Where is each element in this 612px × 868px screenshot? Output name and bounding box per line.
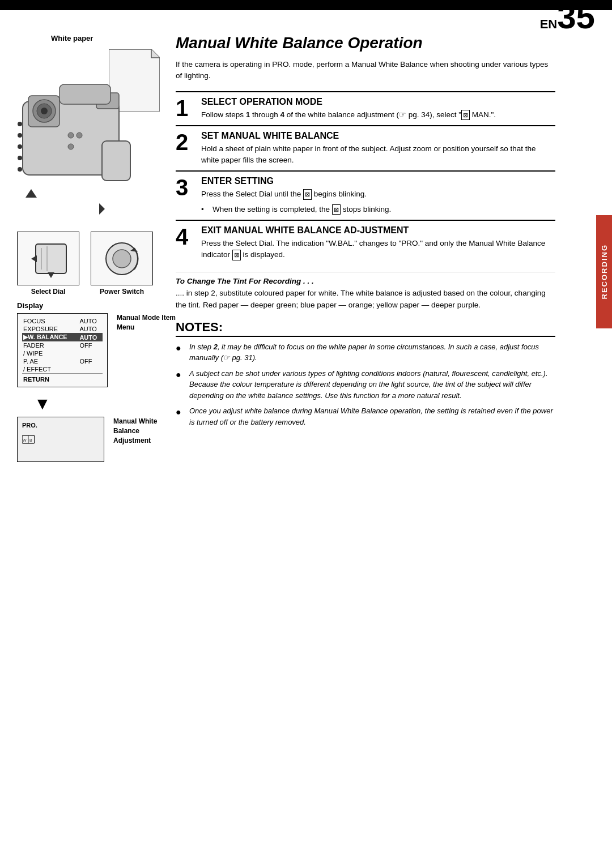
svg-point-11 xyxy=(68,144,74,149)
down-arrow: ▼ xyxy=(34,394,176,413)
step-2-body: Hold a sheet of plain white paper in fro… xyxy=(201,143,555,166)
note-1: ● In step 2, it may be difficult to focu… xyxy=(176,341,555,364)
svg-point-14 xyxy=(18,144,22,149)
note-bullet-1: ● xyxy=(176,341,185,364)
menu-item-wbalance: ▶W. BALANCE xyxy=(22,333,78,341)
menu-box: FOCUS AUTO EXPOSURE AUTO ▶W. BALANCE AUT… xyxy=(17,313,108,387)
note-2-text: A subject can be shot under various type… xyxy=(189,368,555,401)
notes-title: NOTES: xyxy=(176,320,555,337)
top-bar: EN 35 xyxy=(0,0,612,34)
select-dial-diagram: Select Dial xyxy=(17,232,79,296)
camera-svg xyxy=(17,67,142,215)
step-1-content: SELECT OPERATION MODE Follow steps 1 thr… xyxy=(201,97,555,121)
svg-point-13 xyxy=(18,133,22,138)
svg-text:B: B xyxy=(29,438,32,442)
step-3-bullet-text: When the setting is completed, the ⊠ sto… xyxy=(212,204,391,215)
menu-item-focus: FOCUS xyxy=(22,317,78,325)
note-bullet-3: ● xyxy=(176,405,185,427)
pro-area: PRO. W B Manual WhiteBalance Adjustment xyxy=(17,417,176,462)
step-1-title: SELECT OPERATION MODE xyxy=(201,97,555,107)
tint-section: To Change The Tint For Recording . . . .… xyxy=(176,272,555,311)
power-switch-label: Power Switch xyxy=(91,288,153,296)
manual-mode-label: Manual Mode ItemMenu xyxy=(117,313,176,332)
svg-point-25 xyxy=(113,250,131,268)
page-number-block: EN 35 xyxy=(540,0,595,34)
menu-row-return: RETURN xyxy=(22,374,103,384)
pro-label: PRO. xyxy=(22,422,99,429)
menu-value-wbalance: AUTO xyxy=(78,333,103,341)
recording-sidebar: RECORDING xyxy=(596,215,612,328)
menu-return: RETURN xyxy=(22,374,103,384)
svg-marker-22 xyxy=(31,255,37,262)
menu-row-wipe: / WIPE xyxy=(22,349,103,357)
manual-wb-text: Manual WhiteBalance Adjustment xyxy=(113,417,176,445)
menu-value-pae: OFF xyxy=(78,357,103,365)
menu-item-pae: P. AE xyxy=(22,357,78,365)
menu-item-wipe: / WIPE xyxy=(22,349,78,357)
svg-text:W: W xyxy=(23,438,27,442)
menu-row-pae: P. AE OFF xyxy=(22,357,103,365)
step-4-title: EXIT MANUAL WHITE BALANCE AD-JUSTMENT xyxy=(201,225,555,236)
svg-rect-19 xyxy=(36,244,66,273)
step-4: 4 EXIT MANUAL WHITE BALANCE AD-JUSTMENT … xyxy=(176,220,555,266)
step-3-body: Press the Select Dial until the ⊠ begins… xyxy=(201,189,555,200)
step-3-number: 3 xyxy=(176,176,196,215)
manual-mode-text: Manual Mode ItemMenu xyxy=(117,313,176,332)
svg-point-12 xyxy=(18,122,22,126)
step-3-bullet: • When the setting is completed, the ⊠ s… xyxy=(201,204,555,215)
intro-text: If the camera is operating in PRO. mode,… xyxy=(176,59,555,82)
menu-value-fader: OFF xyxy=(78,341,103,349)
recording-label: RECORDING xyxy=(600,244,609,299)
menu-value-wipe xyxy=(78,349,103,357)
menu-row-effect: / EFFECT xyxy=(22,365,103,374)
menu-area: FOCUS AUTO EXPOSURE AUTO ▶W. BALANCE AUT… xyxy=(17,313,176,391)
svg-point-15 xyxy=(18,156,22,160)
step-3-title: ENTER SETTING xyxy=(201,176,555,186)
tint-body: .... in step 2, substitute coloured pape… xyxy=(176,288,555,311)
pro-box: PRO. W B xyxy=(17,417,104,462)
menu-row-wbalance: ▶W. BALANCE AUTO xyxy=(22,333,103,341)
step-1-number: 1 xyxy=(176,97,196,121)
notes-section: NOTES: ● In step 2, it may be difficult … xyxy=(176,320,555,428)
svg-marker-23 xyxy=(48,272,54,278)
svg-marker-17 xyxy=(26,189,37,198)
svg-point-16 xyxy=(18,167,22,172)
menu-item-fader: FADER xyxy=(22,341,78,349)
power-switch-box xyxy=(91,232,153,285)
svg-rect-8 xyxy=(102,141,130,181)
page-en-label: EN xyxy=(540,17,558,32)
menu-value-effect xyxy=(78,365,103,374)
note-2: ● A subject can be shot under various ty… xyxy=(176,368,555,401)
bullet-symbol: • xyxy=(201,204,209,215)
select-dial-box xyxy=(17,232,79,285)
menu-item-exposure: EXPOSURE xyxy=(22,325,78,333)
step-4-body: Press the Select Dial. The indication "W… xyxy=(201,238,555,261)
step-2-content: SET MANUAL WHITE BALANCE Hold a sheet of… xyxy=(201,131,555,166)
step-4-content: EXIT MANUAL WHITE BALANCE AD-JUSTMENT Pr… xyxy=(201,225,555,261)
note-1-text: In step 2, it may be difficult to focus … xyxy=(189,341,555,364)
svg-point-9 xyxy=(68,132,74,138)
step-1: 1 SELECT OPERATION MODE Follow steps 1 t… xyxy=(176,91,555,125)
svg-point-10 xyxy=(76,132,82,138)
menu-value-focus: AUTO xyxy=(78,317,103,325)
step-2: 2 SET MANUAL WHITE BALANCE Hold a sheet … xyxy=(176,125,555,171)
camera-illustration xyxy=(17,45,164,226)
note-bullet-2: ● xyxy=(176,368,185,401)
step-2-title: SET MANUAL WHITE BALANCE xyxy=(201,131,555,141)
svg-marker-18 xyxy=(99,203,105,215)
page-number: 35 xyxy=(557,0,595,34)
white-paper-label: White paper xyxy=(51,34,176,42)
note-3-text: Once you adjust white balance during Man… xyxy=(189,405,555,427)
step-3: 3 ENTER SETTING Press the Select Dial un… xyxy=(176,170,555,220)
tint-title: To Change The Tint For Recording . . . xyxy=(176,277,555,285)
menu-row-fader: FADER OFF xyxy=(22,341,103,349)
manual-white-balance-label: Manual WhiteBalance Adjustment xyxy=(113,417,176,445)
svg-rect-7 xyxy=(60,84,110,104)
menu-row-focus: FOCUS AUTO xyxy=(22,317,103,325)
menu-table: FOCUS AUTO EXPOSURE AUTO ▶W. BALANCE AUT… xyxy=(22,317,103,383)
note-3: ● Once you adjust white balance during M… xyxy=(176,405,555,427)
right-column: Manual White Balance Operation If the ca… xyxy=(176,34,584,432)
step-3-content: ENTER SETTING Press the Select Dial unti… xyxy=(201,176,555,215)
menu-item-effect: / EFFECT xyxy=(22,365,78,374)
step-2-number: 2 xyxy=(176,131,196,166)
